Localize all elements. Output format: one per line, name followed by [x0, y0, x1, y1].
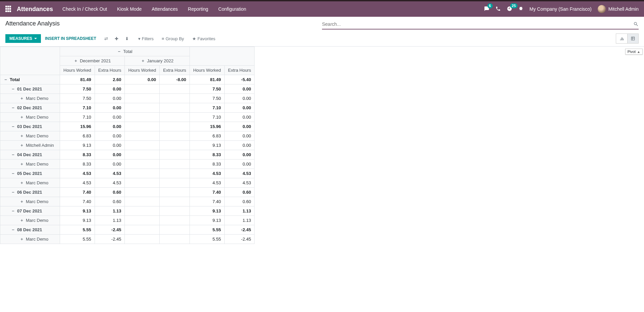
pivot-view-button[interactable] — [627, 34, 639, 44]
pivot-cell[interactable]: 7.50 — [60, 84, 95, 94]
groupby-menu[interactable]: ≡ Group By — [162, 36, 184, 41]
pivot-cell[interactable]: 4.53 — [60, 178, 95, 188]
collapse-icon[interactable]: − — [11, 105, 15, 110]
pivot-cell[interactable]: 1.13 — [224, 216, 255, 225]
messages-icon[interactable]: 6 — [484, 6, 489, 12]
pivot-cell[interactable] — [160, 94, 190, 103]
pivot-cell[interactable]: 1.13 — [224, 206, 255, 216]
pivot-cell[interactable] — [125, 235, 160, 244]
pivot-cell[interactable]: 9.13 — [60, 216, 95, 225]
expand-icon[interactable]: + — [20, 162, 24, 167]
expand-icon[interactable]: + — [141, 58, 145, 63]
pivot-cell[interactable] — [160, 235, 190, 244]
debug-icon[interactable] — [518, 6, 524, 12]
menu-configuration[interactable]: Configuration — [218, 6, 246, 12]
row-header[interactable]: −Total — [0, 75, 60, 84]
pivot-cell[interactable]: 15.96 — [60, 122, 95, 131]
pivot-cell[interactable]: -5.40 — [224, 75, 255, 84]
row-header[interactable]: +Marc Demo — [0, 131, 60, 141]
pivot-cell[interactable]: 0.00 — [95, 103, 125, 113]
pivot-cell[interactable] — [160, 216, 190, 225]
pivot-cell[interactable] — [125, 150, 160, 160]
row-header[interactable]: +Marc Demo — [0, 216, 60, 225]
collapse-icon[interactable]: − — [11, 171, 15, 176]
insert-spreadsheet-button[interactable]: INSERT IN SPREADSHEET — [45, 36, 96, 41]
pivot-cell[interactable]: -2.45 — [95, 225, 125, 235]
collapse-icon[interactable]: − — [117, 49, 121, 54]
row-header[interactable]: +Marc Demo — [0, 160, 60, 169]
pivot-cell[interactable] — [160, 197, 190, 206]
company-switcher[interactable]: My Company (San Francisco) — [530, 6, 592, 12]
pivot-cell[interactable] — [125, 141, 160, 150]
row-header[interactable]: −03 Dec 2021 — [0, 122, 60, 131]
pivot-cell[interactable]: 5.55 — [60, 235, 95, 244]
pivot-cell[interactable]: 7.50 — [190, 94, 224, 103]
measure-header[interactable]: Hours Worked — [125, 66, 160, 75]
row-header[interactable]: +Marc Demo — [0, 113, 60, 122]
pivot-cell[interactable]: 7.40 — [60, 188, 95, 197]
expand-all-icon[interactable]: ✚ — [115, 36, 118, 41]
row-header[interactable]: +Marc Demo — [0, 197, 60, 206]
row-header[interactable]: +Mitchell Admin — [0, 141, 60, 150]
pivot-cell[interactable]: 2.60 — [95, 75, 125, 84]
pivot-cell[interactable]: 8.33 — [190, 150, 224, 160]
pivot-cell[interactable]: 0.00 — [95, 141, 125, 150]
row-header[interactable]: +Marc Demo — [0, 94, 60, 103]
pivot-cell[interactable]: 0.00 — [224, 84, 255, 94]
activities-icon[interactable]: 25 — [507, 6, 512, 12]
pivot-cell[interactable] — [160, 131, 190, 141]
row-header[interactable]: −04 Dec 2021 — [0, 150, 60, 160]
pivot-cell[interactable]: 7.40 — [190, 197, 224, 206]
pivot-cell[interactable]: 0.00 — [224, 141, 255, 150]
menu-kiosk[interactable]: Kiosk Mode — [117, 6, 142, 12]
pivot-cell[interactable]: 7.10 — [60, 103, 95, 113]
pivot-cell[interactable]: 4.53 — [95, 178, 125, 188]
pivot-cell[interactable]: 0.00 — [224, 150, 255, 160]
row-header[interactable]: −05 Dec 2021 — [0, 169, 60, 178]
pivot-cell[interactable]: 5.55 — [190, 235, 224, 244]
pivot-container[interactable]: Pivot▲ −Total +December 2021 +January 20… — [0, 47, 644, 312]
pivot-cell[interactable]: 7.50 — [190, 84, 224, 94]
pivot-cell[interactable] — [160, 113, 190, 122]
pivot-cell[interactable]: 0.60 — [224, 188, 255, 197]
pivot-cell[interactable]: 9.13 — [60, 206, 95, 216]
pivot-cell[interactable] — [160, 84, 190, 94]
pivot-cell[interactable] — [125, 113, 160, 122]
pivot-cell[interactable] — [125, 103, 160, 113]
expand-icon[interactable]: + — [74, 58, 78, 63]
pivot-cell[interactable]: 0.00 — [95, 122, 125, 131]
pivot-cell[interactable]: 5.55 — [190, 225, 224, 235]
pivot-cell[interactable]: 0.00 — [95, 160, 125, 169]
pivot-cell[interactable]: 7.10 — [60, 113, 95, 122]
pivot-cell[interactable]: 7.40 — [60, 197, 95, 206]
expand-icon[interactable]: + — [20, 199, 24, 204]
expand-icon[interactable]: + — [20, 115, 24, 120]
row-header[interactable]: −06 Dec 2021 — [0, 188, 60, 197]
pivot-cell[interactable] — [160, 141, 190, 150]
menu-checkin[interactable]: Check In / Check Out — [62, 6, 107, 12]
pivot-cell[interactable]: 9.13 — [190, 206, 224, 216]
pivot-cell[interactable]: 1.13 — [95, 206, 125, 216]
col-group-jan[interactable]: +January 2022 — [125, 56, 190, 66]
pivot-cell[interactable]: 1.13 — [95, 216, 125, 225]
pivot-cell[interactable]: 81.49 — [60, 75, 95, 84]
phone-icon[interactable] — [495, 6, 501, 12]
pivot-cell[interactable]: 5.55 — [60, 225, 95, 235]
pivot-cell[interactable]: 0.00 — [95, 150, 125, 160]
measures-button[interactable]: MEASURES — [5, 34, 41, 43]
row-header[interactable]: −08 Dec 2021 — [0, 225, 60, 235]
pivot-cell[interactable]: 4.53 — [190, 178, 224, 188]
pivot-cell[interactable]: 4.53 — [60, 169, 95, 178]
pivot-cell[interactable]: 0.00 — [224, 113, 255, 122]
col-total-header[interactable]: −Total — [60, 47, 190, 56]
pivot-cell[interactable] — [160, 169, 190, 178]
collapse-icon[interactable]: − — [11, 190, 15, 195]
pivot-cell[interactable]: 15.96 — [190, 122, 224, 131]
flip-axis-icon[interactable]: ⇄ — [104, 36, 108, 41]
measure-header[interactable]: Extra Hours — [95, 66, 125, 75]
pivot-cell[interactable] — [125, 188, 160, 197]
row-header[interactable]: −07 Dec 2021 — [0, 206, 60, 216]
pivot-cell[interactable]: 9.13 — [190, 216, 224, 225]
measure-header[interactable]: Extra Hours — [224, 66, 255, 75]
pivot-cell[interactable]: -2.45 — [95, 235, 125, 244]
